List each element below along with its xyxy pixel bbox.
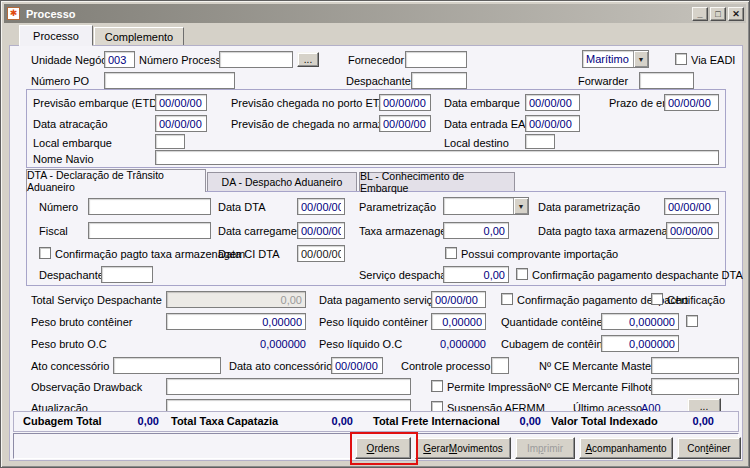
forwarder-label: Forwarder [578, 75, 628, 87]
confirmacao-pagto-taxa-checkbox[interactable] [39, 247, 51, 259]
tab-complemento[interactable]: Complemento [94, 27, 184, 46]
modal-dropdown[interactable]: Marítimo ▼ [582, 50, 649, 68]
maximize-button[interactable]: □ [710, 7, 726, 21]
title-bar: ✱ Processo _ □ ✕ [4, 4, 746, 23]
previsao-eta-input[interactable] [379, 94, 431, 111]
dta-despachante-input[interactable] [101, 266, 153, 283]
data-ato-concessorio-input[interactable] [331, 357, 383, 374]
ce-mercante-master-input[interactable] [651, 357, 739, 374]
modal-dropdown-value: Marítimo [583, 53, 633, 65]
via-eadi-checkbox[interactable] [675, 53, 687, 65]
tab-bl[interactable]: BL - Conhecimento de Embarque [359, 172, 515, 191]
numero-processo-label: Número Processo [139, 54, 227, 66]
imprimir-button: Imprimir [515, 437, 575, 459]
certificacao-checkbox[interactable] [651, 293, 663, 305]
servico-despachante-input[interactable] [443, 266, 509, 283]
conf-pag-despachante-dta-checkbox[interactable] [516, 268, 528, 280]
possui-comprovante-label: Possui comprovante importação [461, 248, 618, 260]
cubagem-conteineres-input[interactable] [601, 335, 679, 352]
ce-mercante-master-label: Nº CE Mercante Master [539, 360, 655, 372]
tab-da[interactable]: DA - Despacho Aduaneiro [207, 172, 357, 191]
data-pagamento-servico-input[interactable] [431, 291, 486, 308]
conf-pag-despacho-checkbox[interactable] [501, 293, 513, 305]
local-destino-label: Local destino [444, 137, 509, 149]
prazo-entrega-input[interactable] [664, 94, 719, 111]
parametrizacao-dropdown[interactable]: ▼ [443, 197, 529, 215]
data-entrada-eadi-input[interactable] [525, 115, 580, 132]
ce-mercante-filhote-label: Nº CE Mercante Filhote [539, 381, 654, 393]
dta-numero-input[interactable] [88, 198, 211, 215]
observacao-drawback-input[interactable] [166, 378, 411, 395]
window-controls: _ □ ✕ [692, 7, 744, 21]
gerar-movimentos-button[interactable]: Gerar Movimentos [415, 437, 511, 459]
nome-navio-label: Nome Navio [33, 153, 94, 165]
data-ci-dta-input[interactable] [297, 245, 345, 262]
data-pagto-taxa-input[interactable] [666, 222, 719, 239]
numero-processo-browse-button[interactable]: ... [297, 52, 319, 67]
ordens-button[interactable]: Ordens [355, 437, 411, 459]
numero-po-input[interactable] [104, 72, 235, 89]
fornecedor-input[interactable] [405, 51, 467, 68]
tab-processo[interactable]: Processo [19, 25, 93, 46]
previsao-eta-label: Previsão chegada no porto ETA [231, 97, 386, 109]
total-servico-despachante-input [166, 291, 306, 308]
chevron-down-icon[interactable]: ▼ [513, 198, 528, 214]
unidade-negocio-label: Unidade Negócio [31, 54, 115, 66]
data-parametrizacao-input[interactable] [664, 198, 719, 215]
local-embarque-input[interactable] [155, 134, 185, 149]
data-parametrizacao-label: Data parametrização [538, 201, 640, 213]
previsao-armazem-input[interactable] [379, 115, 431, 132]
ato-concessorio-input[interactable] [113, 357, 221, 374]
chevron-down-icon[interactable]: ▼ [633, 51, 648, 67]
local-destino-input[interactable] [525, 134, 555, 149]
nome-navio-input[interactable] [155, 150, 719, 165]
permite-impressao-checkbox[interactable] [431, 380, 443, 392]
confirmacao-pagto-taxa-label: Confirmação pagto taxa armazenagem [55, 248, 245, 260]
cubagem-total-label: Cubagem Total [23, 415, 102, 427]
permite-impressao-label: Permite Impressão [447, 381, 539, 393]
tab-dta[interactable]: DTA - Declaração de Trânsito Aduaneiro [26, 169, 206, 192]
frete-internacional-label: Total Frete Internacional [373, 415, 500, 427]
despachante-top-label: Despachante [346, 75, 411, 87]
peso-bruto-oc-value: 0,000000 [216, 338, 306, 350]
numero-processo-input[interactable] [219, 51, 293, 68]
data-dta-input[interactable] [297, 198, 345, 215]
forwarder-input[interactable] [639, 72, 694, 89]
peso-liquido-oc-label: Peso líquido O.C [319, 338, 402, 350]
despachante-top-input[interactable] [411, 72, 467, 89]
peso-bruto-conteiner-label: Peso bruto contêiner [31, 316, 133, 328]
minimize-button[interactable]: _ [692, 7, 708, 21]
data-dta-label: Data DTA [218, 201, 265, 213]
fornecedor-label: Fornecedor [348, 54, 404, 66]
previsao-etd-input[interactable] [155, 94, 207, 111]
unidade-negocio-input[interactable] [104, 51, 135, 68]
frete-internacional-value: 0,00 [493, 415, 541, 427]
peso-bruto-conteiner-input[interactable] [166, 313, 306, 330]
fiscal-input[interactable] [88, 222, 211, 239]
via-eadi-label: Via EADI [691, 54, 735, 66]
window-title: Processo [26, 8, 76, 20]
observacao-drawback-label: Observação Drawback [31, 381, 142, 393]
dta-numero-label: Número [39, 201, 78, 213]
ce-mercante-filhote-input[interactable] [651, 378, 739, 395]
peso-liquido-conteiner-input[interactable] [431, 313, 486, 330]
conteiner-button[interactable]: Contêiner [677, 437, 741, 459]
data-ato-concessorio-label: Data ato concessório [229, 360, 332, 372]
peso-bruto-oc-label: Peso bruto O.C [31, 338, 107, 350]
controle-processo-input[interactable] [491, 357, 509, 374]
controle-processo-label: Controle processo [401, 360, 490, 372]
data-atracacao-input[interactable] [155, 115, 207, 132]
data-carregamento-input[interactable] [297, 222, 345, 239]
parametrizacao-label: Parametrização [359, 201, 436, 213]
quantidade-conteiner-label: Quantidade contêiner [501, 316, 606, 328]
taxa-armazenagem-input[interactable] [443, 222, 509, 239]
acompanhamento-button[interactable]: Acompanhamento [579, 437, 673, 459]
documentacao-checkbox[interactable] [686, 315, 698, 327]
data-entrada-eadi-label: Data entrada EADI [444, 118, 536, 130]
processo-window: ✱ Processo _ □ ✕ Processo Complemento Un… [0, 0, 750, 468]
taxa-capatazia-label: Total Taxa Capatazia [171, 415, 278, 427]
possui-comprovante-checkbox[interactable] [445, 247, 457, 259]
close-button[interactable]: ✕ [728, 7, 744, 21]
data-embarque-input[interactable] [525, 94, 580, 111]
quantidade-conteiner-input[interactable] [601, 313, 679, 330]
